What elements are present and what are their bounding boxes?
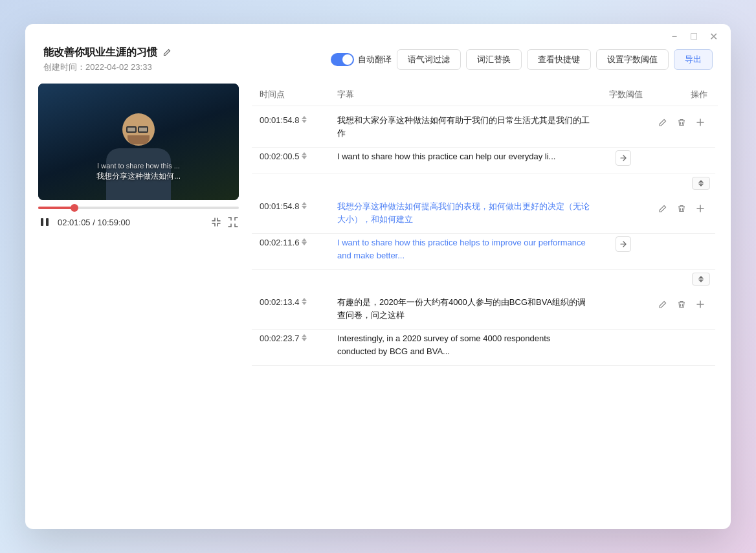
actions-cell (656, 200, 707, 217)
delete-subtitle-icon[interactable] (674, 200, 689, 217)
project-title: 能改善你职业生涯的习惯 (43, 46, 157, 60)
video-panel: I want to share how this ... 我想分享这种做法如何.… (38, 84, 239, 516)
table-row: 00:02:11.6 I want to share how this prac… (252, 234, 715, 270)
time-cell: 00:02:13.4 (260, 296, 337, 307)
replace-button[interactable]: 词汇替换 (466, 49, 522, 70)
current-time: 02:01:05 (58, 218, 91, 227)
sort-down-icon[interactable] (302, 120, 307, 123)
subtitle-en-text: I want to share how this practice can he… (337, 150, 591, 163)
table-panel: 时间点 字幕 字数阈值 操作 00:01:54.8 我想和大家分享这种 (252, 84, 718, 516)
time-value: 00:02:13.4 (260, 297, 299, 307)
sort-arrows[interactable] (302, 202, 307, 209)
time-display: 02:01:05 / 10:59:00 (58, 218, 204, 227)
sort-down-icon[interactable] (302, 156, 307, 159)
edit-subtitle-icon[interactable] (656, 200, 671, 217)
divider-row-2 (252, 270, 715, 288)
filter-button[interactable]: 语气词过滤 (397, 49, 461, 70)
time-cell: 00:02:23.7 (260, 332, 337, 343)
svg-rect-0 (41, 218, 43, 226)
close-button[interactable]: ✕ (709, 32, 718, 41)
time-value: 00:01:54.8 (260, 201, 299, 211)
window-controls: － □ ✕ (670, 32, 718, 41)
edit-subtitle-icon[interactable] (656, 296, 671, 313)
col-time-header: 时间点 (260, 89, 337, 100)
expand-icon[interactable] (227, 216, 239, 228)
progress-fill (38, 207, 74, 209)
sort-up-icon[interactable] (302, 116, 307, 119)
subtitle-en-blue-text: I want to share how this practice helps … (337, 236, 591, 262)
table-row: 00:01:54.8 我想分享这种做法如何提高我们的表现，如何做出更好的决定（无… (252, 192, 715, 234)
sort-up-icon[interactable] (302, 298, 307, 301)
edit-subtitle-icon[interactable] (656, 114, 671, 131)
video-subtitle-en: I want to share how this ... (43, 161, 234, 171)
threshold-icon-btn[interactable] (616, 150, 631, 166)
project-subtitle: 创建时间：2022-04-02 23:33 (43, 62, 186, 73)
merge-icon-2[interactable] (692, 273, 710, 286)
sort-up-icon[interactable] (302, 202, 307, 205)
delete-subtitle-icon[interactable] (674, 114, 689, 131)
header: 能改善你职业生涯的习惯 创建时间：2022-04-02 23:33 自动翻译 语… (25, 46, 731, 84)
sort-arrows[interactable] (302, 116, 307, 123)
sort-down-icon[interactable] (302, 302, 307, 305)
sort-down-icon[interactable] (302, 242, 307, 245)
shrink-icon[interactable] (210, 216, 222, 228)
table-row: 00:02:00.5 I want to share how this prac… (252, 148, 715, 174)
total-time: 10:59:00 (97, 218, 130, 227)
sort-up-icon[interactable] (302, 334, 307, 337)
sort-arrows[interactable] (302, 298, 307, 305)
threshold-icon-btn[interactable] (616, 236, 631, 252)
actions-cell (656, 296, 707, 313)
sort-arrows[interactable] (302, 334, 307, 341)
table-row: 00:02:23.7 Interestingly, in a 2020 surv… (252, 330, 715, 366)
threshold-button[interactable]: 设置字数阈值 (596, 49, 669, 70)
export-button[interactable]: 导出 (674, 49, 713, 70)
minimize-button[interactable]: － (670, 32, 679, 41)
pause-button[interactable] (38, 216, 51, 229)
person-glasses (126, 126, 151, 133)
shortcuts-button[interactable]: 查看快捷键 (527, 49, 591, 70)
table-row: 00:02:13.4 有趣的是，2020年一份大约有4000人参与的由BCG和B… (252, 288, 715, 330)
add-subtitle-icon[interactable] (693, 200, 707, 217)
video-thumbnail: I want to share how this ... 我想分享这种做法如何.… (38, 84, 239, 200)
sort-down-icon[interactable] (302, 206, 307, 209)
video-subtitle-zh: 我想分享这种做法如何... (43, 171, 234, 182)
subtitle-zh-blue-text: 我想分享这种做法如何提高我们的表现，如何做出更好的决定（无论大小），和如何建立 (337, 200, 591, 225)
auto-translate-toggle[interactable] (331, 53, 354, 66)
person-head (122, 113, 155, 146)
time-value: 00:01:54.8 (260, 115, 299, 125)
threshold-cell (591, 150, 656, 166)
divider-row (252, 174, 715, 192)
sort-up-icon[interactable] (302, 152, 307, 155)
col-threshold-header: 字数阈值 (594, 89, 658, 100)
vc-extra-controls (210, 216, 239, 228)
progress-thumb[interactable] (71, 204, 78, 212)
time-cell: 00:01:54.8 (260, 114, 337, 125)
content-area: I want to share how this ... 我想分享这种做法如何.… (25, 84, 731, 529)
add-subtitle-icon[interactable] (693, 296, 707, 313)
svg-rect-1 (46, 218, 49, 226)
sort-up-icon[interactable] (302, 238, 307, 242)
sort-down-icon[interactable] (302, 338, 307, 341)
add-subtitle-icon[interactable] (693, 114, 707, 131)
sort-arrows[interactable] (302, 152, 307, 159)
delete-subtitle-icon[interactable] (674, 296, 689, 313)
glass-left (126, 126, 137, 133)
actions-cell (656, 114, 707, 131)
video-subtitle-overlay: I want to share how this ... 我想分享这种做法如何.… (38, 161, 239, 182)
time-cell: 00:02:00.5 (260, 150, 337, 161)
table-body: 00:01:54.8 我想和大家分享这种做法如何有助于我们的日常生活尤其是我们的… (252, 106, 718, 516)
sort-arrows[interactable] (302, 238, 307, 245)
progress-bar[interactable] (38, 207, 239, 209)
glass-right (138, 126, 148, 133)
time-value: 00:02:11.6 (260, 238, 299, 247)
time-cell: 00:02:11.6 (260, 236, 337, 247)
subtitle-en-text-3: Interestingly, in a 2020 survey of some … (337, 332, 591, 357)
header-title: 能改善你职业生涯的习惯 (43, 46, 186, 60)
merge-icon[interactable] (692, 177, 710, 190)
maximize-button[interactable]: □ (689, 32, 698, 41)
header-left: 能改善你职业生涯的习惯 创建时间：2022-04-02 23:33 (43, 46, 186, 73)
edit-title-icon[interactable] (162, 48, 173, 58)
subtitle-zh-text-3: 有趣的是，2020年一份大约有4000人参与的由BCG和BVA组织的调查问卷，问… (337, 296, 591, 321)
col-actions-header: 操作 (658, 89, 710, 100)
col-subtitle-header: 字幕 (337, 89, 594, 100)
